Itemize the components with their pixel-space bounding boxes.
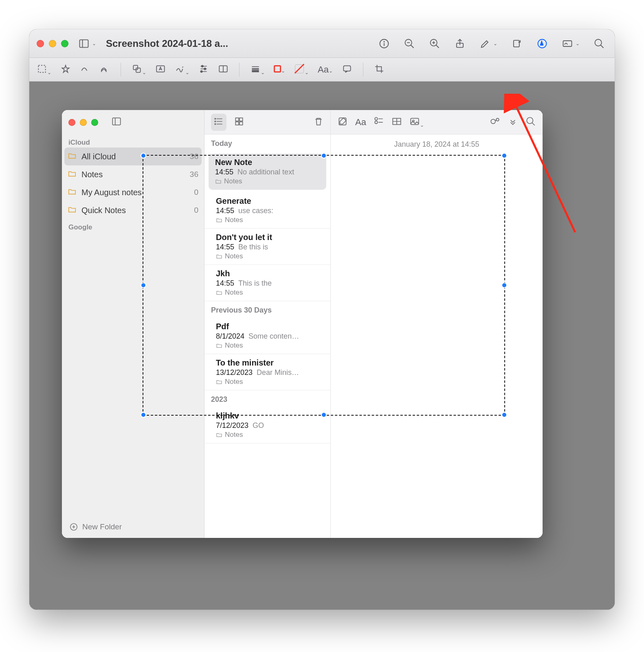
highlight-button[interactable]: ⌄ — [477, 36, 500, 51]
svg-point-25 — [202, 65, 203, 67]
svg-rect-33 — [343, 66, 350, 71]
table-button[interactable] — [391, 116, 402, 128]
share-button[interactable] — [452, 36, 468, 51]
folder-icon — [68, 169, 77, 180]
zoom-in-button[interactable] — [426, 36, 443, 51]
svg-point-4 — [384, 41, 384, 42]
folder-item[interactable]: Quick Notes0 — [62, 201, 204, 219]
note-folder: Notes — [216, 289, 324, 297]
line-style-button[interactable]: ⌄ — [250, 64, 265, 76]
list-group-header: Today — [204, 134, 330, 151]
border-color-button[interactable]: ⌄ — [274, 65, 285, 74]
svg-rect-20 — [136, 68, 141, 72]
text-box-button[interactable] — [155, 64, 166, 76]
note-preview: use cases: — [238, 207, 273, 215]
note-list-item[interactable]: kljhkv7/12/2023GONotes — [204, 407, 330, 443]
folder-name: My August notes — [81, 188, 142, 197]
window-controls — [37, 40, 68, 47]
minimize-window-button[interactable] — [49, 40, 56, 47]
notes-sidebar-toggle-button[interactable] — [111, 116, 122, 128]
lock-button[interactable] — [490, 116, 500, 128]
rotate-button[interactable] — [509, 36, 525, 51]
note-folder: Notes — [216, 431, 324, 439]
sketch-button[interactable] — [80, 64, 90, 76]
notes-editor-column: Aa ⌄ January 18, 2024 at 14:55 — [331, 110, 543, 538]
svg-line-9 — [436, 45, 439, 48]
note-title: kljhkv — [216, 411, 324, 421]
sign-button[interactable]: ⌄ — [175, 64, 189, 76]
folder-name: Notes — [81, 170, 103, 179]
checklist-button[interactable] — [374, 116, 384, 128]
adjust-size-button[interactable] — [218, 64, 229, 76]
svg-rect-48 — [240, 122, 243, 125]
svg-point-52 — [375, 121, 378, 123]
more-button[interactable] — [508, 116, 518, 128]
crop-button[interactable] — [374, 64, 385, 76]
notes-search-button[interactable] — [525, 116, 536, 128]
delete-note-button[interactable] — [313, 116, 324, 128]
note-title: Pdf — [216, 322, 324, 331]
folder-icon — [68, 205, 77, 216]
note-folder: Notes — [215, 177, 320, 185]
notes-close-button[interactable] — [68, 119, 75, 126]
note-list-item[interactable]: Generate14:55use cases:Notes — [204, 192, 330, 229]
notes-list-column: TodayNew Note14:55No additional textNote… — [204, 110, 331, 538]
format-button[interactable]: Aa — [355, 117, 366, 128]
note-time: 14:55 — [216, 207, 234, 215]
folder-icon — [68, 187, 77, 198]
info-button[interactable] — [376, 36, 392, 51]
gallery-view-button[interactable] — [234, 116, 244, 128]
folder-count: 36 — [190, 152, 198, 161]
list-view-button[interactable] — [211, 114, 226, 131]
svg-line-17 — [601, 45, 604, 48]
notes-minimize-button[interactable] — [80, 119, 87, 126]
annotate-button[interactable] — [342, 64, 352, 76]
svg-point-42 — [215, 118, 215, 119]
folder-item[interactable]: My August notes0 — [62, 183, 204, 201]
shapes-button[interactable]: ⌄ — [132, 64, 146, 76]
preview-canvas[interactable]: iCloudAll iCloud36Notes36My August notes… — [29, 82, 615, 610]
notes-fullscreen-button[interactable] — [91, 119, 98, 126]
text-style-button[interactable]: Aa⌄ — [318, 64, 333, 75]
note-list-item[interactable]: Don't you let it14:55Be this isNotes — [204, 229, 330, 265]
note-time: 14:55 — [216, 243, 234, 251]
sidebar-section-header[interactable]: iCloud — [62, 134, 204, 148]
markup-button[interactable] — [534, 36, 550, 51]
sidebar-section-header[interactable]: Google — [62, 219, 204, 232]
note-list-item[interactable]: Jkh14:55This is theNotes — [204, 265, 330, 301]
svg-point-27 — [200, 70, 202, 72]
adjust-color-button[interactable] — [198, 64, 209, 76]
search-button[interactable] — [591, 36, 607, 51]
note-list-item[interactable]: New Note14:55No additional textNotes — [209, 154, 326, 190]
new-folder-button[interactable]: New Folder — [62, 516, 204, 538]
draw-button[interactable] — [99, 64, 110, 76]
note-title: Don't you let it — [216, 233, 324, 242]
folder-item[interactable]: All iCloud36 — [64, 148, 202, 165]
note-folder: Notes — [216, 216, 324, 224]
folder-item[interactable]: Notes36 — [62, 165, 204, 183]
note-time: 14:55 — [216, 279, 234, 288]
note-date: January 18, 2024 at 14:55 — [331, 140, 543, 149]
fullscreen-window-button[interactable] — [61, 40, 68, 47]
chevron-down-icon: ⌄ — [92, 41, 96, 46]
instant-alpha-button[interactable] — [60, 64, 71, 76]
note-time: 13/12/2023 — [216, 368, 253, 377]
svg-point-60 — [496, 118, 499, 121]
notes-window: iCloudAll iCloud36Notes36My August notes… — [62, 110, 543, 538]
selection-tool-button[interactable]: ⌄ — [37, 64, 51, 76]
fill-color-button[interactable]: ⌄ — [294, 64, 309, 76]
media-button[interactable]: ⌄ — [409, 116, 424, 128]
close-window-button[interactable] — [37, 40, 44, 47]
new-folder-label: New Folder — [82, 522, 122, 531]
note-time: 14:55 — [215, 168, 233, 176]
folder-icon — [68, 151, 77, 162]
zoom-out-button[interactable] — [401, 36, 418, 51]
sidebar-toggle-button[interactable]: ⌄ — [76, 36, 99, 51]
note-list-item[interactable]: To the minister13/12/2023Dear Minis…Note… — [204, 354, 330, 390]
note-list-item[interactable]: Pdf8/1/2024Some conten…Notes — [204, 318, 330, 354]
note-preview: Dear Minis… — [257, 368, 299, 377]
compose-button[interactable] — [337, 116, 348, 128]
form-fill-button[interactable]: ⌄ — [559, 36, 582, 51]
folder-count: 0 — [194, 206, 198, 215]
note-preview: This is the — [238, 279, 272, 288]
